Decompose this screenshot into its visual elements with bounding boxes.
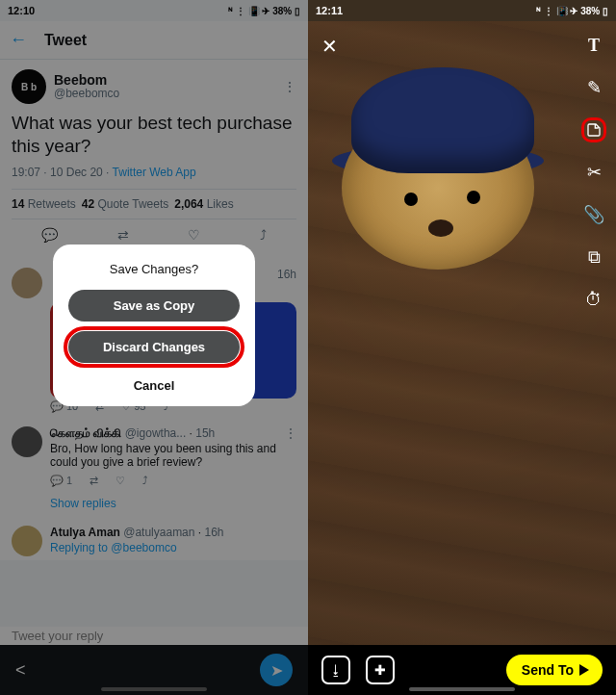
save-as-copy-button[interactable]: Save as Copy <box>68 290 240 322</box>
pencil-tool-icon[interactable]: ✎ <box>581 75 606 100</box>
status-indicators: ᴺ ⋮ 📳 ✈ 38% ▯ <box>536 6 608 16</box>
discard-changes-button[interactable]: Discard Changes <box>68 331 240 363</box>
edit-toolbar: T ✎ ✂ 📎 ⧉ ⏱ <box>581 33 606 312</box>
scissors-tool-icon[interactable]: ✂ <box>581 160 606 185</box>
gesture-bar <box>409 687 515 691</box>
status-bar: 12:11 ᴺ ⋮ 📳 ✈ 38% ▯ <box>308 0 616 21</box>
sticker-tool-icon[interactable] <box>581 117 606 142</box>
story-button[interactable]: ✚ <box>366 656 395 684</box>
attach-tool-icon[interactable]: 📎 <box>581 202 606 227</box>
send-arrow-icon <box>579 664 589 676</box>
photo-subject <box>322 67 544 289</box>
timer-tool-icon[interactable]: ⏱ <box>581 287 606 312</box>
left-screenshot: 12:10 ᴺ ⋮ 📳 ✈ 38% ▯ ← Tweet B b Beebom @… <box>0 0 308 695</box>
status-time: 12:11 <box>316 5 343 16</box>
save-button[interactable]: ⭳ <box>321 656 350 684</box>
close-icon[interactable]: ✕ <box>321 35 338 58</box>
cancel-button[interactable]: Cancel <box>68 373 240 395</box>
crop-tool-icon[interactable]: ⧉ <box>581 245 606 270</box>
text-tool-icon[interactable]: T <box>581 33 606 58</box>
right-screenshot: 12:11 ᴺ ⋮ 📳 ✈ 38% ▯ ✕ T ✎ ✂ 📎 ⧉ ⏱ ⭳ ✚ <box>308 0 616 695</box>
save-changes-modal: Save Changes? Save as Copy Discard Chang… <box>53 245 255 406</box>
modal-title: Save Changes? <box>68 262 240 276</box>
send-to-button[interactable]: Send To <box>506 655 603 685</box>
